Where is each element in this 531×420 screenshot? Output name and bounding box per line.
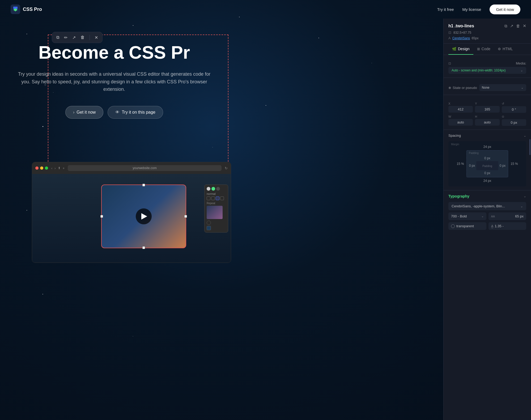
- toolbar-edit-icon[interactable]: ✏: [64, 35, 67, 40]
- browser-dot-green[interactable]: [45, 166, 48, 170]
- font-weight-box[interactable]: 700 - Bold ⌄: [448, 212, 486, 220]
- logo-area[interactable]: CSS Pro: [11, 5, 42, 14]
- y-value[interactable]: 165: [475, 106, 499, 113]
- line-height-icon: A̲: [491, 224, 493, 228]
- hero-content: Become a CSS Pr Try your design ideas in…: [0, 42, 228, 119]
- play-button[interactable]: [136, 208, 152, 224]
- margin-left-value[interactable]: 15 %: [456, 162, 464, 166]
- handle-right[interactable]: [184, 215, 187, 218]
- hero-try-page-button[interactable]: 👁 Try it on this page: [108, 106, 163, 119]
- padding-right-value[interactable]: 0 px: [499, 164, 506, 168]
- r-value[interactable]: 0 °: [502, 106, 526, 113]
- handle-top[interactable]: [142, 184, 145, 186]
- state-value-box[interactable]: None ⌄: [479, 84, 526, 91]
- padding-inner-box: Padding: [476, 161, 498, 170]
- tab-design[interactable]: 🌿 Design: [448, 44, 473, 55]
- browser-url-bar[interactable]: yourwebsite.com: [68, 165, 222, 171]
- toolbar-external-link-icon[interactable]: ↗: [72, 35, 76, 40]
- browser-share-icon[interactable]: ⬆: [58, 166, 61, 170]
- panel-font-link[interactable]: CerebriSans: [452, 36, 470, 40]
- font-size-box[interactable]: AA 65 px: [488, 212, 526, 220]
- nav-get-it-now-button[interactable]: Get it now: [490, 5, 520, 14]
- spacing-header: Spacing ⌄: [448, 134, 526, 138]
- panel-trash-icon[interactable]: 🗑: [516, 24, 520, 28]
- browser-dot-yellow[interactable]: [40, 166, 43, 170]
- browser-refresh-icon[interactable]: ↻: [225, 166, 228, 170]
- padding-box: Padding 0 px 0 px Padding 0 px 0 px: [466, 150, 508, 177]
- size-row: W auto H auto ⊙ 0 px: [448, 115, 526, 126]
- tab-code[interactable]: ⊞ Code: [473, 44, 494, 55]
- panel-font-row: A CerebriSans 65px: [448, 36, 526, 40]
- nav-try-free[interactable]: Try it free: [437, 7, 454, 12]
- browser-back-icon[interactable]: ‹: [51, 166, 52, 170]
- panel-copy-icon[interactable]: ⧉: [504, 24, 507, 28]
- padding-left-value[interactable]: 0 px: [469, 164, 475, 168]
- corner-value[interactable]: 0 px: [502, 119, 526, 126]
- nav-my-license[interactable]: My license: [462, 7, 481, 12]
- padding-top-value[interactable]: 0 px: [469, 156, 506, 160]
- design-tab-icon: 🌿: [452, 47, 456, 51]
- btn-secondary-prefix: 👁: [115, 110, 120, 115]
- handle-left[interactable]: [100, 215, 103, 218]
- play-triangle-icon: [141, 213, 147, 220]
- media-chevron-icon: ⌄: [520, 68, 523, 72]
- design-tab-label: Design: [458, 47, 470, 51]
- toolbar-trash-icon[interactable]: 🗑: [80, 35, 85, 40]
- line-height-box[interactable]: A̲ 1.35 -: [488, 222, 526, 230]
- padding-bottom-value[interactable]: 0 px: [469, 171, 506, 175]
- browser-forward-icon[interactable]: ›: [54, 166, 56, 170]
- browser-add-icon[interactable]: +: [63, 166, 65, 170]
- panel-external-icon[interactable]: ↗: [510, 24, 513, 28]
- typography-chevron-icon[interactable]: ⌄: [524, 194, 526, 198]
- scrollbar-thumb[interactable]: [529, 139, 530, 155]
- toolbar-copy-icon[interactable]: ⧉: [56, 35, 59, 40]
- mini-floating-panel: normal Repeat: [204, 185, 228, 233]
- color-swatch: [451, 224, 455, 228]
- top-nav: CSS Pro Try it free My license Get it no…: [0, 0, 531, 19]
- browser-content: normal Repeat: [32, 174, 231, 263]
- margin-right-text: 15 %: [511, 162, 518, 166]
- font-weight-value: 700 - Bold: [451, 214, 467, 218]
- margin-right-value[interactable]: 15 %: [510, 162, 518, 166]
- mini-normal-label: normal: [207, 192, 226, 195]
- state-chevron-icon: ⌄: [521, 86, 524, 89]
- w-value[interactable]: auto: [448, 119, 473, 126]
- font-family-row[interactable]: CerebriSans, -apple-system, Blin... ⌄: [448, 202, 526, 210]
- margin-label: Margin: [451, 143, 459, 146]
- panel-close-icon[interactable]: ✕: [523, 23, 526, 28]
- hero-get-it-now-button[interactable]: › Get it now: [65, 106, 103, 119]
- spacing-middle-row: 15 % Padding 0 px 0 px Padding 0 px: [456, 150, 518, 177]
- state-section: ◉ State or pseudo None ⌄: [444, 78, 531, 95]
- margin-top-value[interactable]: 24 px: [456, 145, 518, 149]
- code-tab-label: Code: [482, 47, 490, 51]
- margin-bottom-value[interactable]: 24 px: [456, 179, 518, 183]
- hero-subtitle: Try your design ideas in seconds with a …: [5, 70, 223, 93]
- y-field: Y 165: [475, 102, 499, 113]
- mini-shape-2: [211, 196, 215, 200]
- tab-html[interactable]: ⚙ HTML: [494, 44, 516, 55]
- scrollbar-track[interactable]: [529, 19, 530, 420]
- padding-inner-label: Padding: [482, 165, 492, 168]
- mini-circle-gray: [207, 187, 210, 191]
- html-tab-icon: ⚙: [498, 47, 501, 51]
- media-section: ⊡ Media: Auto - screen and (min-width: 1…: [444, 55, 531, 78]
- media-value-box[interactable]: Auto - screen and (min-width: 1024px) ⌄: [448, 67, 526, 74]
- state-label-text: State or pseudo: [453, 86, 477, 90]
- h-value[interactable]: auto: [475, 119, 499, 126]
- browser-dot-red[interactable]: [35, 166, 39, 170]
- font-weight-row: 700 - Bold ⌄ AA 65 px: [448, 212, 526, 220]
- mini-color-tool[interactable]: [207, 221, 211, 225]
- media-label: Media:: [516, 61, 526, 65]
- handle-bottom[interactable]: [142, 246, 145, 249]
- logo-text: CSS Pro: [23, 7, 42, 12]
- nav-links: Try it free My license Get it now: [437, 5, 520, 14]
- state-row: ◉ State or pseudo None ⌄: [448, 84, 526, 91]
- spacing-chevron-icon[interactable]: ⌄: [524, 134, 526, 138]
- font-color-box[interactable]: transparent: [448, 222, 486, 230]
- y-label: Y: [475, 102, 499, 105]
- dimensions-icon: ⊡: [448, 31, 451, 35]
- toolbar-close-icon[interactable]: ✕: [95, 35, 98, 40]
- x-value[interactable]: 412: [448, 106, 473, 113]
- font-color-row: transparent A̲ 1.35 -: [448, 222, 526, 230]
- mini-circle-green: [211, 187, 215, 191]
